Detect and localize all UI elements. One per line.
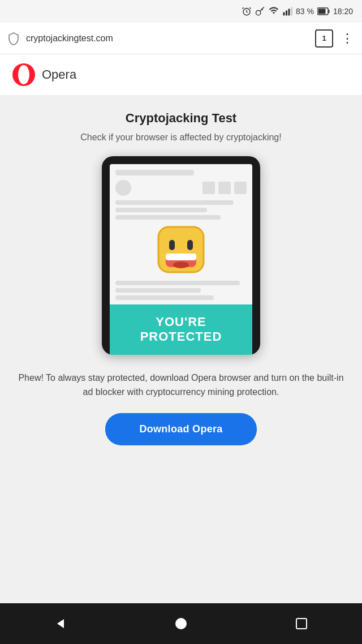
protected-line1: YOU'RE bbox=[115, 315, 247, 329]
skeleton-line-3 bbox=[115, 215, 221, 220]
home-circle-icon bbox=[174, 617, 188, 630]
url-display[interactable]: cryptojackingtest.com bbox=[26, 33, 309, 44]
browser-chrome: cryptojackingtest.com 1 ⋮ bbox=[0, 23, 362, 54]
description-text: Phew! To always stay protected, download… bbox=[11, 371, 351, 400]
phone-screen: YOU'RE PROTECTED bbox=[110, 164, 252, 355]
svg-rect-2 bbox=[283, 12, 285, 16]
skeleton-bar-1 bbox=[115, 170, 194, 175]
status-icons: 83 % 18:20 bbox=[242, 6, 353, 16]
svg-rect-7 bbox=[318, 9, 325, 14]
svg-rect-3 bbox=[286, 11, 287, 16]
skeleton-line-4 bbox=[115, 281, 240, 285]
opera-header: Opera bbox=[0, 54, 362, 95]
skeleton-line-6 bbox=[115, 295, 214, 300]
main-area: Cryptojacking Test Check if your browser… bbox=[0, 95, 362, 603]
more-menu-button[interactable]: ⋮ bbox=[339, 31, 355, 46]
signal-icon bbox=[282, 6, 292, 16]
protected-line2: PROTECTED bbox=[115, 329, 247, 344]
recents-button[interactable] bbox=[290, 612, 313, 635]
svg-point-12 bbox=[20, 67, 28, 83]
svg-point-23 bbox=[173, 261, 189, 268]
skeleton-squares bbox=[202, 182, 247, 194]
home-button[interactable] bbox=[170, 612, 192, 635]
battery-percentage: 83 % bbox=[296, 7, 314, 16]
wifi-icon bbox=[269, 6, 279, 16]
emoji-face-icon bbox=[156, 224, 206, 275]
svg-rect-4 bbox=[288, 9, 290, 16]
download-opera-button[interactable]: Download Opera bbox=[105, 413, 256, 445]
phone-browser-content bbox=[110, 164, 252, 300]
skeleton-line-2 bbox=[115, 208, 207, 212]
page-subtitle: Check if your browser is affected by cry… bbox=[80, 132, 281, 143]
svg-rect-22 bbox=[166, 254, 196, 260]
svg-rect-19 bbox=[169, 240, 175, 250]
alarm-icon bbox=[242, 6, 252, 16]
phone-mockup: YOU'RE PROTECTED bbox=[102, 156, 260, 355]
nav-bar bbox=[0, 603, 362, 644]
skeleton-sq-3 bbox=[234, 182, 247, 194]
svg-rect-5 bbox=[291, 7, 292, 16]
page-title: Cryptojacking Test bbox=[126, 111, 236, 126]
page-content: Opera Cryptojacking Test Check if your b… bbox=[0, 54, 362, 603]
skeleton-sq-2 bbox=[218, 182, 231, 194]
svg-marker-24 bbox=[57, 619, 64, 628]
protected-banner: YOU'RE PROTECTED bbox=[110, 304, 252, 355]
svg-rect-26 bbox=[296, 619, 307, 629]
status-bar: 83 % 18:20 bbox=[0, 0, 362, 23]
skeleton-line-5 bbox=[115, 288, 201, 293]
time: 18:20 bbox=[333, 7, 353, 16]
opera-logo-icon bbox=[11, 62, 36, 87]
svg-point-25 bbox=[175, 618, 187, 629]
recents-square-icon bbox=[295, 617, 308, 630]
skeleton-circle bbox=[115, 180, 131, 196]
back-arrow-icon bbox=[54, 617, 67, 630]
opera-brand-name: Opera bbox=[42, 67, 76, 82]
svg-rect-20 bbox=[187, 240, 193, 250]
tab-switcher[interactable]: 1 bbox=[315, 29, 333, 48]
battery-icon bbox=[317, 7, 330, 15]
key-icon bbox=[255, 6, 265, 16]
skeleton-sq-1 bbox=[202, 182, 215, 194]
svg-rect-8 bbox=[328, 10, 329, 13]
svg-point-1 bbox=[256, 11, 261, 15]
shield-icon bbox=[7, 32, 20, 45]
back-button[interactable] bbox=[49, 612, 72, 635]
skeleton-line-1 bbox=[115, 200, 234, 205]
